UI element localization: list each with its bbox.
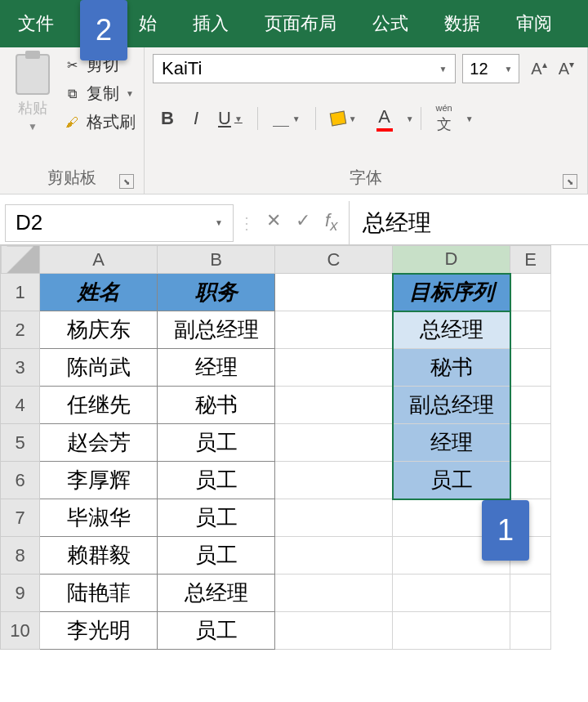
cell[interactable] <box>510 349 551 387</box>
phonetic-guide-button[interactable]: wén文 <box>428 98 461 139</box>
cell[interactable] <box>510 575 551 612</box>
cell[interactable] <box>393 612 510 650</box>
cell[interactable] <box>275 499 393 537</box>
cell[interactable]: 赖群毅 <box>40 537 158 575</box>
cell[interactable]: 总经理 <box>158 575 275 612</box>
paste-button[interactable]: 粘贴 ▼ <box>8 54 57 163</box>
font-size-select[interactable]: 12▼ <box>462 54 519 83</box>
row-header[interactable]: 10 <box>1 612 40 650</box>
tab-page-layout[interactable]: 页面布局 <box>247 0 354 47</box>
cell[interactable] <box>393 575 510 612</box>
chevron-down-icon[interactable]: ▼ <box>406 114 414 123</box>
chevron-down-icon: ▼ <box>439 65 447 74</box>
tab-home[interactable]: 始 <box>121 0 175 47</box>
tab-insert[interactable]: 插入 <box>175 0 247 47</box>
shrink-font-button[interactable]: A▾ <box>554 56 579 82</box>
cell[interactable]: 员工 <box>158 537 275 575</box>
cell[interactable] <box>275 612 393 650</box>
tab-review[interactable]: 审阅 <box>498 0 570 47</box>
cell[interactable]: 秘书 <box>393 349 510 387</box>
dialog-launcher-icon[interactable]: ⬊ <box>563 174 577 189</box>
bold-button[interactable]: B <box>153 103 182 134</box>
callout-badge-2: 2 <box>80 0 127 60</box>
paste-dropdown-icon[interactable]: ▼ <box>28 121 38 132</box>
chevron-down-icon[interactable]: ▼ <box>466 114 474 123</box>
row-header[interactable]: 2 <box>1 311 40 349</box>
cell[interactable] <box>510 424 551 462</box>
cell[interactable]: 员工 <box>158 462 275 499</box>
cell[interactable]: 毕淑华 <box>40 499 158 537</box>
copy-button[interactable]: ⧉复制▼ <box>62 83 136 105</box>
col-header-b[interactable]: B <box>158 246 275 274</box>
row-header[interactable]: 8 <box>1 537 40 575</box>
cell[interactable]: 李厚辉 <box>40 462 158 499</box>
cell[interactable] <box>275 349 393 387</box>
cell[interactable]: 副总经理 <box>393 387 510 424</box>
col-header-a[interactable]: A <box>40 246 158 274</box>
cell[interactable]: 陆艳菲 <box>40 575 158 612</box>
tab-data[interactable]: 数据 <box>426 0 498 47</box>
row-header[interactable]: 7 <box>1 499 40 537</box>
cell[interactable] <box>510 462 551 499</box>
font-color-button[interactable]: A <box>368 101 401 136</box>
name-box[interactable]: D2▼ <box>5 204 234 242</box>
fx-icon[interactable]: fx <box>325 210 337 235</box>
row-header[interactable]: 3 <box>1 349 40 387</box>
cell[interactable]: 任继先 <box>40 387 158 424</box>
cell[interactable]: 经理 <box>158 349 275 387</box>
font-name-value: KaiTi <box>162 58 202 79</box>
cell[interactable] <box>275 274 393 311</box>
cell[interactable]: 员工 <box>158 612 275 650</box>
cell[interactable]: 经理 <box>393 424 510 462</box>
cell[interactable] <box>510 311 551 349</box>
spreadsheet-grid[interactable]: A B C D E 1姓名职务目标序列 2杨庆东副总经理总经理 3陈尚武经理秘书… <box>0 245 551 650</box>
cell[interactable] <box>275 537 393 575</box>
border-icon <box>273 110 289 127</box>
cell[interactable] <box>275 311 393 349</box>
cell[interactable]: 姓名 <box>40 274 158 311</box>
cell[interactable]: 杨庆东 <box>40 311 158 349</box>
dialog-launcher-icon[interactable]: ⬊ <box>119 174 134 189</box>
grow-font-button[interactable]: A▴ <box>526 56 551 82</box>
italic-button[interactable]: I <box>185 103 207 134</box>
enter-icon[interactable]: ✓ <box>296 210 310 235</box>
select-all-corner[interactable] <box>1 246 40 274</box>
font-name-select[interactable]: KaiTi▼ <box>153 54 456 83</box>
format-painter-button[interactable]: 🖌格式刷 <box>62 111 136 133</box>
row-header[interactable]: 5 <box>1 424 40 462</box>
tab-formulas[interactable]: 公式 <box>354 0 426 47</box>
wen-pinyin: wén <box>436 103 452 113</box>
cell[interactable]: 目标序列 <box>393 274 510 311</box>
underline-button[interactable]: U▼ <box>210 103 251 134</box>
col-header-e[interactable]: E <box>510 246 551 274</box>
bucket-icon <box>329 111 346 127</box>
fill-color-button[interactable]: ▼ <box>323 107 365 130</box>
cell[interactable] <box>510 274 551 311</box>
borders-button[interactable]: ▼ <box>265 105 309 132</box>
col-header-c[interactable]: C <box>275 246 393 274</box>
row-header[interactable]: 4 <box>1 387 40 424</box>
row-header[interactable]: 9 <box>1 575 40 612</box>
cell[interactable]: 陈尚武 <box>40 349 158 387</box>
cancel-icon[interactable]: ✕ <box>266 210 281 235</box>
cell[interactable] <box>275 462 393 499</box>
cell[interactable] <box>275 424 393 462</box>
cell[interactable]: 员工 <box>158 424 275 462</box>
cell[interactable]: 员工 <box>158 499 275 537</box>
cell[interactable]: 赵会芳 <box>40 424 158 462</box>
formula-input[interactable]: 总经理 <box>349 201 588 244</box>
cell[interactable] <box>275 387 393 424</box>
row-header[interactable]: 6 <box>1 462 40 499</box>
cell[interactable] <box>510 612 551 650</box>
cell[interactable] <box>275 575 393 612</box>
cell[interactable]: 副总经理 <box>158 311 275 349</box>
cell[interactable]: 员工 <box>393 462 510 499</box>
cell[interactable] <box>510 387 551 424</box>
cell[interactable]: 职务 <box>158 274 275 311</box>
col-header-d[interactable]: D <box>393 246 510 274</box>
row-header[interactable]: 1 <box>1 274 40 311</box>
tab-file[interactable]: 文件 <box>0 0 72 47</box>
cell[interactable]: 李光明 <box>40 612 158 650</box>
cell[interactable]: 秘书 <box>158 387 275 424</box>
cell-active[interactable]: 总经理 <box>393 311 510 349</box>
